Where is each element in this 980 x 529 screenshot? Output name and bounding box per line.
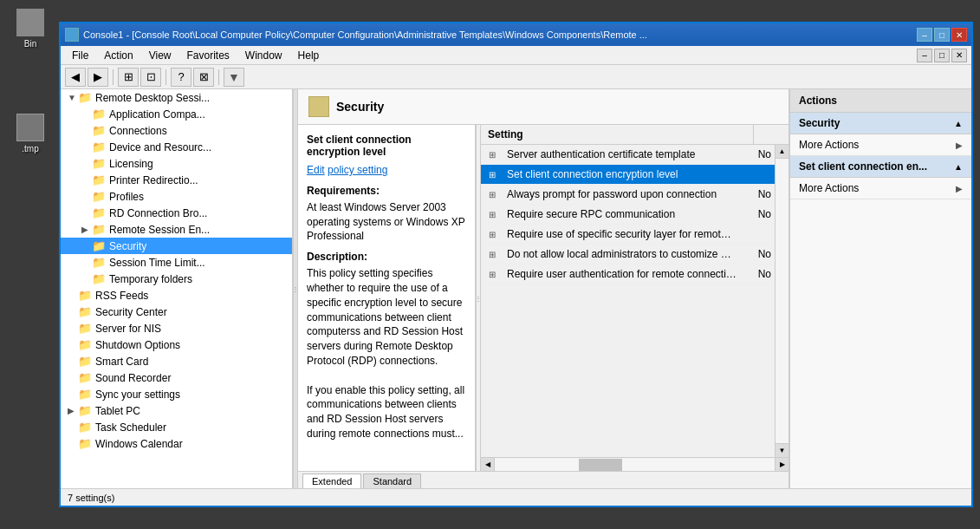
folder-icon-sound: 📁 — [78, 371, 92, 384]
settings-row-0[interactable]: ⊞ Server authentication certificate temp… — [481, 145, 775, 165]
row-value-2: No — [740, 186, 775, 203]
tree-item-profiles[interactable]: 📁 Profiles — [61, 188, 292, 205]
tree-item-server-nis[interactable]: 📁 Server for NIS — [61, 320, 292, 336]
tree-label-smart-card: Smart Card — [95, 356, 148, 368]
horiz-scroll-thumb[interactable] — [579, 459, 622, 471]
close-button[interactable]: ✕ — [951, 28, 967, 42]
tree-item-rdp-session[interactable]: ▼ 📁 Remote Desktop Sessi... — [61, 89, 292, 106]
toolbar-back-btn[interactable]: ◀ — [65, 68, 86, 87]
win-minimize-btn[interactable]: – — [917, 49, 932, 62]
menu-action[interactable]: Action — [97, 48, 140, 63]
tree-item-rd-broker[interactable]: 📁 RD Connection Bro... — [61, 205, 292, 221]
status-bar: 7 setting(s) — [61, 488, 971, 506]
folder-icon-shutdown: 📁 — [78, 338, 92, 351]
maximize-button[interactable]: □ — [934, 28, 950, 42]
tree-item-windows-calendar[interactable]: 📁 Windows Calendar — [61, 435, 292, 452]
settings-horiz-scrollbar[interactable]: ◀ ▶ — [481, 457, 789, 471]
tree-item-connections[interactable]: 📁 Connections — [61, 122, 292, 139]
tree-label-security: Security — [109, 240, 146, 252]
horiz-scroll-right-btn[interactable]: ▶ — [775, 458, 789, 472]
tree-item-smart-card[interactable]: 📁 Smart Card — [61, 353, 292, 369]
row-text-5: Do not allow local administrators to cus… — [503, 245, 740, 263]
menu-file[interactable]: File — [65, 48, 95, 63]
settings-row-5[interactable]: ⊞ Do not allow local administrators to c… — [481, 245, 775, 264]
win-maximize-btn[interactable]: □ — [934, 49, 950, 62]
tree-item-sync[interactable]: 📁 Sync your settings — [61, 386, 292, 402]
tree-item-security[interactable]: 📁 Security — [61, 238, 292, 254]
toolbar-browse-btn[interactable]: ⊡ — [140, 68, 161, 87]
row-icon-0: ⊞ — [484, 147, 500, 162]
edit-label[interactable]: Edit — [307, 164, 325, 176]
detail-panel: Set client connection encryption level E… — [298, 125, 476, 471]
toolbar-export-btn[interactable]: ⊠ — [193, 68, 214, 87]
menu-window[interactable]: Window — [238, 48, 289, 63]
tree-item-printer[interactable]: 📁 Printer Redirectio... — [61, 172, 292, 188]
toolbar-help-btn[interactable]: ? — [171, 68, 191, 87]
actions-section-conn[interactable]: Set client connection en... ▲ — [790, 156, 971, 178]
center-divider[interactable]: ⋮ — [476, 125, 481, 471]
tree-item-remote-session[interactable]: ▶ 📁 Remote Session En... — [61, 221, 292, 238]
scroll-track — [776, 159, 789, 443]
tree-item-tablet-pc[interactable]: ▶ 📁 Tablet PC — [61, 402, 292, 419]
folder-icon-lic: 📁 — [92, 157, 106, 170]
row-text-1: Set client connection encryption level — [503, 166, 740, 183]
actions-panel-header: Actions — [790, 89, 971, 113]
divider-dots: ⋮ — [292, 285, 299, 293]
tree-label-tablet-pc: Tablet PC — [95, 405, 140, 417]
tree-item-task-scheduler[interactable]: 📁 Task Scheduler — [61, 419, 292, 435]
tab-extended[interactable]: Extended — [302, 473, 361, 488]
tree-item-sound-recorder[interactable]: 📁 Sound Recorder — [61, 369, 292, 386]
tree-item-device[interactable]: 📁 Device and Resourc... — [61, 139, 292, 155]
actions-item-more-actions-1[interactable]: More Actions ▶ — [790, 178, 971, 199]
minimize-button[interactable]: – — [917, 28, 932, 42]
toolbar-forward-btn[interactable]: ▶ — [88, 68, 108, 87]
tab-standard[interactable]: Standard — [363, 473, 421, 488]
tree-item-temp-folders[interactable]: 📁 Temporary folders — [61, 271, 292, 287]
row-icon-2: ⊞ — [484, 186, 500, 202]
tree-divider[interactable]: ⋮ — [293, 89, 298, 488]
folder-icon-profiles: 📁 — [92, 190, 106, 203]
desktop-icon-bin[interactable]: Bin — [4, 9, 56, 49]
actions-item-more-actions-0[interactable]: More Actions ▶ — [790, 134, 971, 156]
tree-item-session-limits[interactable]: 📁 Session Time Limit... — [61, 254, 292, 271]
tree-scrollable: ▼ 📁 Remote Desktop Sessi... 📁 Applicatio… — [61, 89, 292, 488]
settings-row-4[interactable]: ⊞ Require use of specific security layer… — [481, 225, 775, 245]
settings-row-3[interactable]: ⊞ Require secure RPC communication No — [481, 205, 775, 225]
settings-row-1[interactable]: ⊞ Set client connection encryption level — [481, 165, 775, 185]
menu-view[interactable]: View — [142, 48, 178, 63]
tree-item-app-compat[interactable]: 📁 Application Compa... — [61, 106, 292, 122]
tree-panel[interactable]: ▼ 📁 Remote Desktop Sessi... 📁 Applicatio… — [61, 89, 293, 488]
toolbar-filter-btn[interactable]: ▼ — [224, 68, 244, 87]
mmc-window: Console1 - [Console Root\Local Computer … — [59, 22, 973, 507]
policy-setting-link[interactable]: policy setting — [328, 164, 387, 176]
col-value-header — [754, 125, 789, 144]
desktop-icon-tmp[interactable]: .tmp — [4, 114, 56, 153]
tree-label-device: Device and Resourc... — [109, 141, 211, 153]
horiz-scroll-left-btn[interactable]: ◀ — [481, 458, 495, 472]
actions-section-security[interactable]: Security ▲ — [790, 113, 971, 134]
toolbar-up-btn[interactable]: ⊞ — [118, 68, 139, 87]
expand-icon-remote: ▶ — [81, 225, 90, 234]
detail-edit-text: Edit policy setting — [307, 163, 466, 178]
menu-bar-right: – □ ✕ — [917, 49, 967, 62]
settings-scrollbar[interactable]: ▲ ▼ — [775, 145, 789, 457]
tree-item-shutdown[interactable]: 📁 Shutdown Options — [61, 336, 292, 353]
tree-label-shutdown: Shutdown Options — [95, 339, 180, 351]
menu-help[interactable]: Help — [291, 48, 327, 63]
settings-list[interactable]: ⊞ Server authentication certificate temp… — [481, 145, 775, 457]
actions-section-security-label: Security — [799, 117, 840, 129]
folder-icon-printer: 📁 — [92, 173, 106, 186]
folder-icon-rss: 📁 — [78, 289, 92, 302]
tree-label-task-scheduler: Task Scheduler — [95, 421, 166, 434]
tree-item-security-center[interactable]: 📁 Security Center — [61, 304, 292, 320]
win-close-btn[interactable]: ✕ — [951, 49, 967, 62]
scroll-up-btn[interactable]: ▲ — [776, 145, 789, 159]
tree-item-rss-feeds[interactable]: 📁 RSS Feeds — [61, 287, 292, 304]
settings-row-6[interactable]: ⊞ Require user authentication for remote… — [481, 264, 775, 284]
tree-item-licensing[interactable]: 📁 Licensing — [61, 155, 292, 172]
settings-row-2[interactable]: ⊞ Always prompt for password upon connec… — [481, 185, 775, 205]
tabs-bar: Extended Standard — [298, 471, 789, 488]
scroll-down-btn[interactable]: ▼ — [776, 443, 789, 457]
settings-header: Setting — [481, 125, 789, 145]
menu-favorites[interactable]: Favorites — [180, 48, 237, 63]
